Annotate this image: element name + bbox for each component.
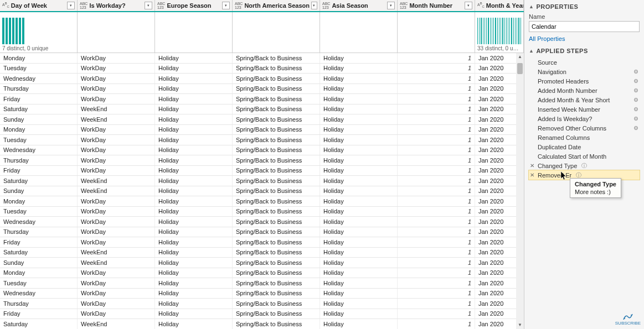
table-cell[interactable]: WorkDay	[78, 53, 155, 63]
table-cell[interactable]: Spring/Back to Business	[233, 94, 320, 104]
vertical-scrollbar[interactable]: ▲ ▼	[516, 53, 524, 329]
table-cell[interactable]: 1	[398, 166, 475, 176]
gear-icon[interactable]: ⚙	[633, 125, 638, 131]
table-cell[interactable]: 1	[398, 94, 475, 104]
table-cell[interactable]: Holiday	[320, 248, 398, 258]
table-cell[interactable]: WorkDay	[78, 278, 155, 288]
table-cell[interactable]: Spring/Back to Business	[233, 278, 320, 288]
scroll-up-arrow[interactable]: ▲	[516, 53, 524, 61]
table-cell[interactable]: WeekEnd	[78, 186, 155, 196]
table-cell[interactable]: 1	[398, 289, 475, 299]
table-row[interactable]: WednesdayWorkDayHolidaySpring/Back to Bu…	[0, 74, 524, 84]
table-cell[interactable]: Holiday	[320, 186, 398, 196]
table-cell[interactable]: Monday	[0, 196, 78, 206]
table-cell[interactable]: Sunday	[0, 114, 78, 124]
table-cell[interactable]: Holiday	[320, 217, 398, 227]
table-row[interactable]: FridayWorkDayHolidaySpring/Back to Busin…	[0, 237, 524, 248]
table-cell[interactable]: Tuesday	[0, 135, 78, 145]
table-cell[interactable]: Wednesday	[0, 217, 78, 227]
table-cell[interactable]: Sunday	[0, 258, 78, 268]
table-cell[interactable]: 1	[398, 237, 475, 247]
table-cell[interactable]: 1	[398, 319, 475, 329]
table-cell[interactable]: Holiday	[320, 237, 398, 247]
table-cell[interactable]: Holiday	[320, 176, 398, 186]
table-cell[interactable]: WorkDay	[78, 309, 155, 319]
table-cell[interactable]: Holiday	[320, 166, 398, 176]
table-cell[interactable]: 1	[398, 53, 475, 63]
table-cell[interactable]: 1	[398, 114, 475, 124]
table-cell[interactable]: Holiday	[320, 53, 398, 63]
table-cell[interactable]: WorkDay	[78, 94, 155, 104]
table-cell[interactable]: Holiday	[155, 135, 233, 145]
table-cell[interactable]: WorkDay	[78, 166, 155, 176]
applied-step[interactable]: ✕Changed Typeⓘ	[529, 161, 640, 170]
table-cell[interactable]: Spring/Back to Business	[233, 176, 320, 186]
column-header[interactable]: ABCDay of Week▾	[0, 0, 78, 11]
table-row[interactable]: SundayWeekEndHolidaySpring/Back to Busin…	[0, 258, 524, 268]
table-row[interactable]: WednesdayWorkDayHolidaySpring/Back to Bu…	[0, 289, 524, 299]
table-cell[interactable]: Friday	[0, 166, 78, 176]
table-cell[interactable]: Holiday	[155, 74, 233, 83]
applied-step[interactable]: Added Is Weekday?⚙	[529, 114, 640, 123]
table-cell[interactable]: Wednesday	[0, 289, 78, 299]
table-cell[interactable]: Holiday	[320, 74, 398, 83]
table-cell[interactable]: Spring/Back to Business	[233, 135, 320, 145]
table-cell[interactable]: WorkDay	[78, 227, 155, 237]
table-cell[interactable]: Tuesday	[0, 207, 78, 217]
table-row[interactable]: WednesdayWorkDayHolidaySpring/Back to Bu…	[0, 145, 524, 156]
table-cell[interactable]: 1	[398, 207, 475, 217]
table-cell[interactable]: WorkDay	[78, 196, 155, 206]
table-cell[interactable]: Spring/Back to Business	[233, 237, 320, 247]
table-row[interactable]: SaturdayWeekEndHolidaySpring/Back to Bus…	[0, 248, 524, 258]
table-cell[interactable]: Holiday	[155, 155, 233, 165]
table-cell[interactable]: Holiday	[320, 278, 398, 288]
filter-dropdown-icon[interactable]: ▾	[222, 2, 230, 9]
table-cell[interactable]: WorkDay	[78, 145, 155, 155]
table-cell[interactable]: Spring/Back to Business	[233, 114, 320, 124]
table-cell[interactable]: Spring/Back to Business	[233, 248, 320, 258]
table-cell[interactable]: Holiday	[320, 207, 398, 217]
table-cell[interactable]: Saturday	[0, 248, 78, 258]
table-cell[interactable]: Saturday	[0, 319, 78, 329]
table-cell[interactable]: Spring/Back to Business	[233, 289, 320, 299]
table-row[interactable]: FridayWorkDayHolidaySpring/Back to Busin…	[0, 166, 524, 176]
applied-steps-header[interactable]: ▲ APPLIED STEPS	[529, 48, 640, 54]
table-cell[interactable]: WeekEnd	[78, 258, 155, 268]
table-cell[interactable]: WorkDay	[78, 125, 155, 135]
table-cell[interactable]: Holiday	[155, 299, 233, 309]
applied-step[interactable]: Navigation⚙	[529, 67, 640, 76]
table-cell[interactable]: Holiday	[155, 237, 233, 247]
table-row[interactable]: SaturdayWeekEndHolidaySpring/Back to Bus…	[0, 176, 524, 186]
table-cell[interactable]: 1	[398, 278, 475, 288]
table-cell[interactable]: WorkDay	[78, 289, 155, 299]
applied-step[interactable]: Duplicated Date	[529, 142, 640, 152]
column-header[interactable]: ABC123Asia Season▾	[320, 0, 398, 11]
table-row[interactable]: ThursdayWorkDayHolidaySpring/Back to Bus…	[0, 155, 524, 166]
table-cell[interactable]: Holiday	[320, 105, 398, 114]
table-cell[interactable]: Holiday	[155, 125, 233, 135]
filter-dropdown-icon[interactable]: ▾	[311, 2, 317, 9]
table-cell[interactable]: Holiday	[320, 135, 398, 145]
table-cell[interactable]: Holiday	[320, 125, 398, 135]
table-cell[interactable]: WorkDay	[78, 84, 155, 94]
table-cell[interactable]: Thursday	[0, 299, 78, 309]
scroll-thumb[interactable]	[517, 63, 523, 74]
gear-icon[interactable]: ⚙	[633, 116, 638, 122]
filter-dropdown-icon[interactable]: ▾	[145, 2, 152, 9]
table-cell[interactable]: 1	[398, 135, 475, 145]
datatype-icon[interactable]: ABC123	[400, 2, 408, 9]
gear-icon[interactable]: ⚙	[633, 69, 638, 75]
delete-step-icon[interactable]: ✕	[530, 163, 534, 169]
table-row[interactable]: ThursdayWorkDayHolidaySpring/Back to Bus…	[0, 227, 524, 238]
table-cell[interactable]: Holiday	[155, 268, 233, 278]
table-cell[interactable]: Tuesday	[0, 278, 78, 288]
table-cell[interactable]: Holiday	[155, 289, 233, 299]
table-cell[interactable]: Monday	[0, 268, 78, 278]
table-cell[interactable]: WeekEnd	[78, 176, 155, 186]
table-cell[interactable]: Friday	[0, 94, 78, 104]
table-cell[interactable]: 1	[398, 248, 475, 258]
properties-header[interactable]: ▲ PROPERTIES	[529, 3, 640, 10]
table-cell[interactable]: 1	[398, 186, 475, 196]
table-row[interactable]: ThursdayWorkDayHolidaySpring/Back to Bus…	[0, 299, 524, 309]
table-cell[interactable]: 1	[398, 176, 475, 186]
